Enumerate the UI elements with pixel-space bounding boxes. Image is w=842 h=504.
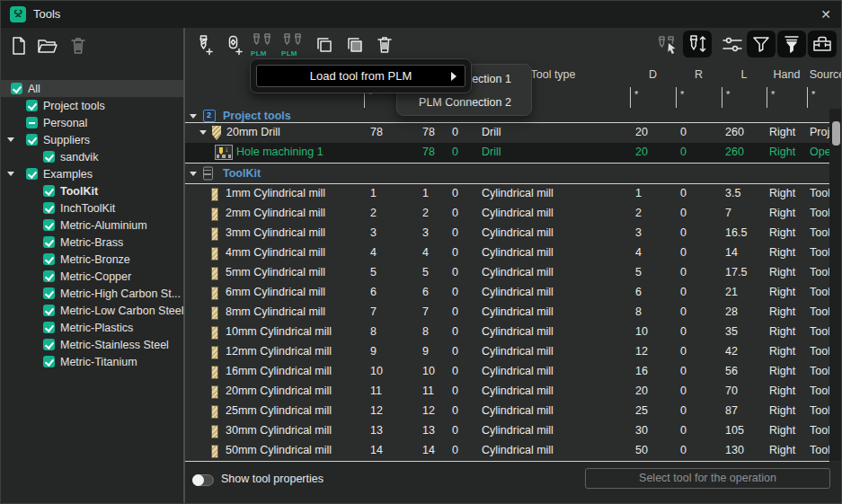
checkbox-checked[interactable]	[26, 134, 38, 146]
mill-icon	[211, 267, 218, 280]
checkbox-checked[interactable]	[43, 219, 55, 231]
checkbox-checked[interactable]	[26, 100, 38, 111]
tool-dimensions-icon[interactable]	[683, 31, 712, 57]
load-mill-tool-plm-icon[interactable]: PLM	[250, 32, 277, 57]
table-row-25mm-cylindrical-mill[interactable]: 25mm Cylindrical mill12120Cylindrical mi…	[185, 402, 842, 421]
tree-item-personal[interactable]: Personal	[1, 114, 183, 131]
checkbox-checked[interactable]	[43, 305, 55, 316]
table-row-10mm-cylindrical-mill[interactable]: 10mm Cylindrical mill880Cylindrical mill…	[185, 323, 842, 342]
new-library-icon[interactable]	[8, 35, 30, 57]
table-row-20mm-drill[interactable]: 20mm Drill78780Drill200260RightProject t…	[185, 123, 842, 143]
checkbox-checked[interactable]	[43, 151, 55, 163]
cell-r: 0	[680, 266, 722, 279]
expand-arrow-icon[interactable]	[199, 130, 207, 135]
filter-edit-icon[interactable]	[777, 31, 806, 57]
mill-icon	[211, 227, 218, 241]
tree-item-suppliers[interactable]: Suppliers	[1, 131, 183, 148]
collapse-arrow-icon[interactable]	[190, 172, 197, 176]
table-row-3mm-cylindrical-mill[interactable]: 3mm Cylindrical mill330Cylindrical mill3…	[185, 224, 842, 243]
table-row-hole-machining-1[interactable]: ↓Hole machining 1780Drill200260RightOper…	[185, 143, 842, 163]
tree-item-metric-plastics[interactable]: Metric-Plastics	[1, 319, 183, 336]
checkbox-checked[interactable]	[43, 287, 55, 299]
table-row-6mm-cylindrical-mill[interactable]: 6mm Cylindrical mill660Cylindrical mill6…	[185, 283, 842, 303]
checkbox-checked[interactable]	[43, 236, 55, 248]
add-mill-tool-icon[interactable]	[192, 33, 217, 61]
column-header-l[interactable]: L	[722, 64, 767, 85]
table-row-30mm-cylindrical-mill[interactable]: 30mm Cylindrical mill13130Cylindrical mi…	[185, 421, 842, 441]
cell-c2: 4	[422, 246, 449, 259]
table-row-8mm-cylindrical-mill[interactable]: 8mm Cylindrical mill770Cylindrical mill8…	[185, 303, 842, 323]
filter-input[interactable]: *	[676, 87, 692, 108]
table-row-50mm-cylindrical-mill[interactable]: 50mm Cylindrical mill14140Cylindrical mi…	[185, 441, 842, 461]
menu-item-load-tool-from-plm[interactable]: Load tool from PLM	[256, 65, 465, 87]
tree-item-sandvik[interactable]: sandvik	[1, 148, 183, 165]
checkbox-checked[interactable]	[43, 322, 55, 333]
tree-item-project-tools[interactable]: Project tools	[1, 97, 183, 114]
checkbox-checked[interactable]	[43, 185, 55, 197]
checkbox-checked[interactable]	[26, 168, 38, 180]
checkbox-checked[interactable]	[43, 356, 55, 367]
cell-hand: Right	[769, 207, 805, 219]
tree-item-metric-aluminium[interactable]: Metric-Aluminium	[1, 217, 183, 234]
column-header-r[interactable]: R	[676, 64, 722, 85]
vertical-scrollbar[interactable]	[829, 109, 842, 461]
checkbox-partial[interactable]	[26, 117, 38, 128]
checkbox-checked[interactable]	[43, 339, 55, 350]
expand-arrow-icon[interactable]	[7, 172, 14, 176]
column-header-d[interactable]: D	[630, 64, 676, 85]
tree-item-toolkit[interactable]: ToolKit	[1, 182, 183, 199]
expand-arrow-icon[interactable]	[7, 137, 14, 142]
pick-tool-icon[interactable]	[656, 33, 681, 60]
delete-tool-icon[interactable]	[374, 33, 395, 60]
filter-input[interactable]: *	[807, 87, 823, 108]
tree-item-metric-brass[interactable]: Metric-Brass	[1, 234, 183, 251]
add-lathe-tool-icon[interactable]	[222, 33, 246, 61]
scrollbar-thumb[interactable]	[832, 121, 840, 146]
column-header-hand[interactable]: Hand	[767, 64, 807, 85]
delete-library-icon[interactable]	[68, 35, 88, 57]
tree-item-all[interactable]: All	[1, 80, 183, 97]
copy-tool-icon[interactable]	[313, 33, 336, 60]
filter-input[interactable]: *	[722, 87, 738, 108]
tree-item-metric-low-carbon-steel[interactable]: Metric-Low Carbon Steel	[1, 302, 183, 319]
filter-wildcard: *	[680, 89, 684, 100]
toolbox-icon[interactable]	[808, 31, 837, 57]
checkbox-checked[interactable]	[43, 202, 55, 214]
menu-item-plm-connection-2[interactable]: PLM Connection 2	[397, 91, 533, 114]
cell-c1: 1	[370, 187, 417, 199]
tree-item-metric-bronze[interactable]: Metric-Bronze	[1, 251, 183, 268]
tree-item-examples[interactable]: Examples	[1, 165, 183, 182]
table-row-5mm-cylindrical-mill[interactable]: 5mm Cylindrical mill550Cylindrical mill5…	[185, 263, 842, 283]
tool-name: 16mm Cylindrical mill	[226, 365, 332, 377]
show-tool-properties-toggle[interactable]	[192, 474, 214, 486]
table-row-16mm-cylindrical-mill[interactable]: 16mm Cylindrical mill10100Cylindrical mi…	[185, 362, 842, 382]
cell-c2: 12	[422, 404, 449, 417]
open-library-icon[interactable]	[36, 35, 59, 57]
tree-item-metric-high-carbon-st-[interactable]: Metric-High Carbon St...	[1, 285, 183, 302]
filter-input[interactable]: *	[767, 87, 783, 108]
tree-item-metric-copper[interactable]: Metric-Copper	[1, 268, 183, 285]
group-row-toolkit[interactable]: ToolKit	[185, 163, 842, 184]
table-row-4mm-cylindrical-mill[interactable]: 4mm Cylindrical mill440Cylindrical mill4…	[185, 243, 842, 263]
filter-input[interactable]: *	[630, 87, 646, 108]
tree-item-metric-stainless-steel[interactable]: Metric-Stainless Steel	[1, 336, 183, 353]
table-row-12mm-cylindrical-mill[interactable]: 12mm Cylindrical mill990Cylindrical mill…	[185, 342, 842, 362]
tree-item-inchtoolkit[interactable]: InchToolKit	[1, 199, 183, 217]
load-lathe-tool-plm-icon[interactable]: PLM	[280, 32, 307, 57]
select-tool-button[interactable]: Select tool for the operation	[585, 468, 830, 489]
column-header-source[interactable]: Source	[807, 64, 842, 85]
table-row-1mm-cylindrical-mill[interactable]: 1mm Cylindrical mill110Cylindrical mill1…	[185, 184, 842, 204]
filter-icon[interactable]	[747, 31, 776, 57]
table-row-2mm-cylindrical-mill[interactable]: 2mm Cylindrical mill220Cylindrical mill2…	[185, 204, 842, 224]
group-name: Project tools	[223, 110, 291, 122]
view-options-icon[interactable]	[721, 35, 744, 58]
tree-item-metric-titanium[interactable]: Metric-Titanium	[1, 353, 183, 370]
collapse-arrow-icon[interactable]	[190, 114, 197, 119]
paste-tool-icon[interactable]	[343, 33, 367, 60]
checkbox-checked[interactable]	[11, 83, 22, 94]
checkbox-checked[interactable]	[43, 270, 55, 282]
tree-item-label: Personal	[43, 117, 87, 129]
table-row-20mm-cylindrical-mill[interactable]: 20mm Cylindrical mill11110Cylindrical mi…	[185, 382, 842, 402]
close-icon[interactable]: ✕	[819, 7, 833, 22]
checkbox-checked[interactable]	[43, 253, 55, 265]
